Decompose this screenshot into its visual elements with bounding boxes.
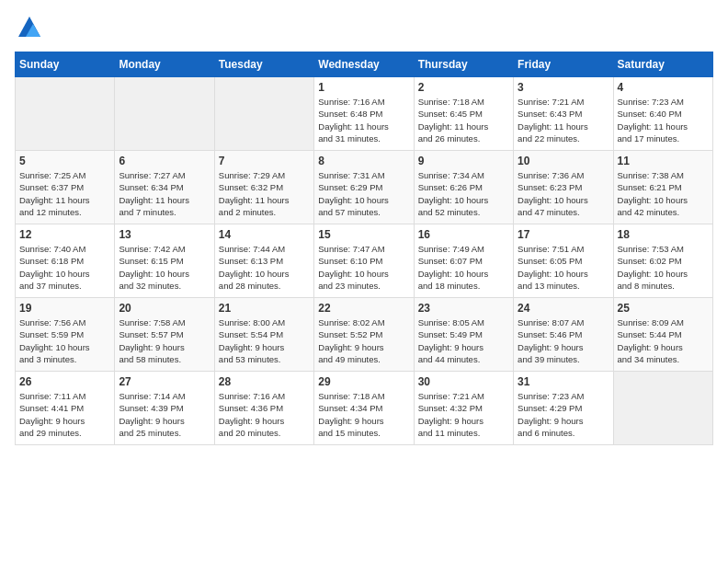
day-number: 19 [19, 302, 110, 315]
day-number: 10 [518, 155, 609, 167]
calendar-cell: 4Sunrise: 7:23 AM Sunset: 6:40 PM Daylig… [613, 77, 712, 151]
calendar-cell: 24Sunrise: 8:07 AM Sunset: 5:46 PM Dayli… [514, 298, 613, 372]
day-number: 5 [19, 155, 110, 167]
day-info: Sunrise: 7:53 AM Sunset: 6:02 PM Dayligh… [618, 243, 709, 292]
calendar-cell: 19Sunrise: 7:56 AM Sunset: 5:59 PM Dayli… [16, 298, 115, 372]
day-info: Sunrise: 8:00 AM Sunset: 5:54 PM Dayligh… [219, 316, 310, 365]
day-info: Sunrise: 8:02 AM Sunset: 5:52 PM Dayligh… [318, 316, 409, 365]
day-number: 24 [518, 302, 609, 315]
day-info: Sunrise: 7:27 AM Sunset: 6:34 PM Dayligh… [119, 169, 210, 218]
calendar-week-row: 12Sunrise: 7:40 AM Sunset: 6:18 PM Dayli… [16, 224, 713, 298]
calendar-cell: 17Sunrise: 7:51 AM Sunset: 6:05 PM Dayli… [514, 224, 613, 298]
day-info: Sunrise: 7:47 AM Sunset: 6:10 PM Dayligh… [318, 243, 409, 292]
calendar-cell: 15Sunrise: 7:47 AM Sunset: 6:10 PM Dayli… [314, 224, 414, 298]
calendar-cell: 8Sunrise: 7:31 AM Sunset: 6:29 PM Daylig… [314, 151, 414, 224]
day-info: Sunrise: 7:21 AM Sunset: 6:43 PM Dayligh… [518, 96, 609, 144]
day-number: 3 [518, 81, 609, 94]
day-number: 22 [318, 302, 409, 315]
calendar-cell: 1Sunrise: 7:16 AM Sunset: 6:48 PM Daylig… [314, 77, 414, 151]
calendar-week-row: 19Sunrise: 7:56 AM Sunset: 5:59 PM Dayli… [16, 298, 713, 372]
day-info: Sunrise: 7:25 AM Sunset: 6:37 PM Dayligh… [19, 169, 110, 218]
calendar-cell: 25Sunrise: 8:09 AM Sunset: 5:44 PM Dayli… [613, 298, 712, 372]
day-header-friday: Friday [514, 52, 613, 77]
calendar-cell [613, 372, 712, 445]
day-header-wednesday: Wednesday [314, 52, 414, 77]
calendar-cell: 28Sunrise: 7:16 AM Sunset: 4:36 PM Dayli… [214, 372, 313, 445]
day-info: Sunrise: 7:23 AM Sunset: 6:40 PM Dayligh… [618, 96, 709, 144]
day-info: Sunrise: 7:23 AM Sunset: 4:29 PM Dayligh… [518, 390, 609, 439]
day-number: 11 [618, 155, 709, 167]
day-number: 30 [418, 375, 509, 388]
day-info: Sunrise: 7:18 AM Sunset: 6:45 PM Dayligh… [418, 96, 509, 144]
calendar-cell: 3Sunrise: 7:21 AM Sunset: 6:43 PM Daylig… [514, 77, 613, 151]
day-number: 4 [618, 81, 709, 94]
calendar-cell: 27Sunrise: 7:14 AM Sunset: 4:39 PM Dayli… [115, 372, 214, 445]
day-number: 23 [418, 302, 509, 315]
day-header-sunday: Sunday [16, 52, 115, 77]
calendar-cell: 29Sunrise: 7:18 AM Sunset: 4:34 PM Dayli… [314, 372, 414, 445]
calendar-cell: 7Sunrise: 7:29 AM Sunset: 6:32 PM Daylig… [214, 151, 313, 224]
day-number: 17 [518, 228, 609, 241]
day-number: 14 [219, 228, 310, 241]
calendar-cell: 18Sunrise: 7:53 AM Sunset: 6:02 PM Dayli… [613, 224, 712, 298]
calendar-cell: 26Sunrise: 7:11 AM Sunset: 4:41 PM Dayli… [16, 372, 115, 445]
day-info: Sunrise: 8:09 AM Sunset: 5:44 PM Dayligh… [618, 316, 709, 365]
calendar-cell: 5Sunrise: 7:25 AM Sunset: 6:37 PM Daylig… [16, 151, 115, 224]
calendar-cell: 31Sunrise: 7:23 AM Sunset: 4:29 PM Dayli… [514, 372, 613, 445]
day-number: 2 [418, 81, 509, 94]
calendar-cell: 11Sunrise: 7:38 AM Sunset: 6:21 PM Dayli… [613, 151, 712, 224]
day-header-saturday: Saturday [613, 52, 712, 77]
day-info: Sunrise: 7:21 AM Sunset: 4:32 PM Dayligh… [418, 390, 509, 439]
calendar-table: SundayMondayTuesdayWednesdayThursdayFrid… [15, 52, 713, 445]
day-number: 13 [119, 228, 210, 241]
day-info: Sunrise: 7:36 AM Sunset: 6:23 PM Dayligh… [518, 169, 609, 218]
day-info: Sunrise: 7:16 AM Sunset: 6:48 PM Dayligh… [318, 96, 409, 144]
day-number: 12 [19, 228, 110, 241]
day-info: Sunrise: 7:29 AM Sunset: 6:32 PM Dayligh… [219, 169, 310, 218]
day-number: 27 [119, 375, 210, 388]
calendar-week-row: 26Sunrise: 7:11 AM Sunset: 4:41 PM Dayli… [16, 372, 713, 445]
day-info: Sunrise: 7:31 AM Sunset: 6:29 PM Dayligh… [318, 169, 409, 218]
logo-icon [17, 15, 42, 40]
day-info: Sunrise: 7:49 AM Sunset: 6:07 PM Dayligh… [418, 243, 509, 292]
day-number: 21 [219, 302, 310, 315]
calendar-cell: 13Sunrise: 7:42 AM Sunset: 6:15 PM Dayli… [115, 224, 214, 298]
calendar-cell: 2Sunrise: 7:18 AM Sunset: 6:45 PM Daylig… [414, 77, 513, 151]
day-info: Sunrise: 7:34 AM Sunset: 6:26 PM Dayligh… [418, 169, 509, 218]
calendar-cell [115, 77, 214, 151]
calendar-header-row: SundayMondayTuesdayWednesdayThursdayFrid… [16, 52, 713, 77]
day-number: 18 [618, 228, 709, 241]
day-info: Sunrise: 7:56 AM Sunset: 5:59 PM Dayligh… [19, 316, 110, 365]
day-info: Sunrise: 7:42 AM Sunset: 6:15 PM Dayligh… [119, 243, 210, 292]
day-info: Sunrise: 8:05 AM Sunset: 5:49 PM Dayligh… [418, 316, 509, 365]
calendar-cell: 20Sunrise: 7:58 AM Sunset: 5:57 PM Dayli… [115, 298, 214, 372]
day-header-monday: Monday [115, 52, 214, 77]
calendar-week-row: 5Sunrise: 7:25 AM Sunset: 6:37 PM Daylig… [16, 151, 713, 224]
calendar-cell: 10Sunrise: 7:36 AM Sunset: 6:23 PM Dayli… [514, 151, 613, 224]
day-number: 1 [318, 81, 409, 94]
calendar-cell [214, 77, 313, 151]
calendar-cell: 23Sunrise: 8:05 AM Sunset: 5:49 PM Dayli… [414, 298, 513, 372]
calendar-cell: 22Sunrise: 8:02 AM Sunset: 5:52 PM Dayli… [314, 298, 414, 372]
day-info: Sunrise: 7:58 AM Sunset: 5:57 PM Dayligh… [119, 316, 210, 365]
day-number: 15 [318, 228, 409, 241]
day-info: Sunrise: 7:11 AM Sunset: 4:41 PM Dayligh… [19, 390, 110, 439]
calendar-cell: 14Sunrise: 7:44 AM Sunset: 6:13 PM Dayli… [214, 224, 313, 298]
day-number: 8 [318, 155, 409, 167]
day-info: Sunrise: 7:44 AM Sunset: 6:13 PM Dayligh… [219, 243, 310, 292]
day-header-tuesday: Tuesday [214, 52, 313, 77]
day-info: Sunrise: 7:38 AM Sunset: 6:21 PM Dayligh… [618, 169, 709, 218]
day-info: Sunrise: 7:18 AM Sunset: 4:34 PM Dayligh… [318, 390, 409, 439]
page-header [15, 15, 713, 40]
day-number: 9 [418, 155, 509, 167]
calendar-cell: 21Sunrise: 8:00 AM Sunset: 5:54 PM Dayli… [214, 298, 313, 372]
calendar-cell: 9Sunrise: 7:34 AM Sunset: 6:26 PM Daylig… [414, 151, 513, 224]
day-number: 31 [518, 375, 609, 388]
calendar-cell: 30Sunrise: 7:21 AM Sunset: 4:32 PM Dayli… [414, 372, 513, 445]
day-number: 26 [19, 375, 110, 388]
day-number: 25 [618, 302, 709, 315]
day-number: 7 [219, 155, 310, 167]
day-number: 28 [219, 375, 310, 388]
calendar-cell: 12Sunrise: 7:40 AM Sunset: 6:18 PM Dayli… [16, 224, 115, 298]
day-number: 20 [119, 302, 210, 315]
